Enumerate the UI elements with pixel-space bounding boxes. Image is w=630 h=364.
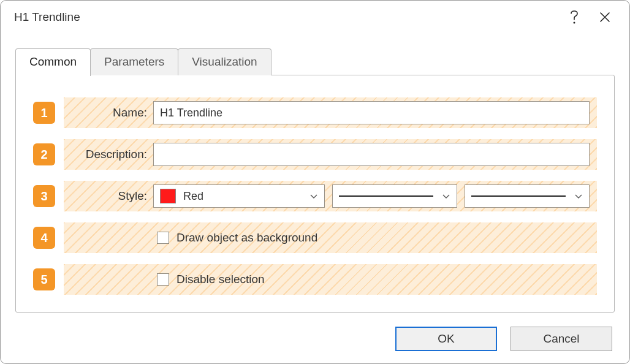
content-area: Common Parameters Visualization 1 Name: … xyxy=(1,32,629,314)
row-description: 2 Description: xyxy=(33,139,597,170)
tab-visualization[interactable]: Visualization xyxy=(178,48,271,75)
highlight-strip: Name: H1 Trendline xyxy=(64,97,597,128)
highlight-strip: Disable selection xyxy=(64,264,597,295)
line-style-combobox[interactable] xyxy=(332,184,457,208)
tab-strip: Common Parameters Visualization xyxy=(15,48,615,75)
highlight-strip: Style: Red xyxy=(64,181,597,211)
line-style-preview xyxy=(339,195,433,197)
disable-sel-label: Disable selection xyxy=(176,273,265,286)
line-width-combobox[interactable] xyxy=(465,184,590,208)
cancel-button[interactable]: Cancel xyxy=(510,327,612,351)
row-disable-sel: 5 Disable selection xyxy=(33,264,597,295)
row-draw-bg: 4 Draw object as background xyxy=(33,222,597,253)
tab-common[interactable]: Common xyxy=(15,48,91,76)
disable-sel-field: Disable selection xyxy=(153,273,265,286)
highlight-strip: Description: xyxy=(64,139,597,170)
chevron-down-icon xyxy=(309,192,318,200)
chevron-down-icon xyxy=(442,192,450,200)
style-label: Style: xyxy=(64,189,153,203)
step-badge-4: 4 xyxy=(33,227,55,249)
line-width-preview xyxy=(471,195,566,197)
name-input[interactable]: H1 Trendline xyxy=(153,101,590,124)
tab-parameters[interactable]: Parameters xyxy=(90,48,178,75)
close-button[interactable] xyxy=(591,6,618,28)
color-name: Red xyxy=(183,190,309,203)
svg-point-0 xyxy=(574,22,575,24)
titlebar: H1 Trendline xyxy=(1,1,629,32)
draw-bg-label: Draw object as background xyxy=(176,231,317,245)
step-badge-2: 2 xyxy=(33,143,55,165)
window-title: H1 Trendline xyxy=(14,10,557,24)
highlight-strip: Draw object as background xyxy=(64,222,597,253)
properties-dialog: H1 Trendline Common Parameters Visualiza… xyxy=(0,0,630,364)
description-input[interactable] xyxy=(153,143,590,166)
chevron-down-icon xyxy=(574,192,583,200)
step-badge-1: 1 xyxy=(33,102,55,124)
description-label: Description: xyxy=(64,148,153,161)
dialog-footer: OK Cancel xyxy=(1,314,629,363)
ok-button[interactable]: OK xyxy=(395,327,497,351)
help-button[interactable] xyxy=(561,6,588,28)
color-swatch xyxy=(160,189,176,203)
name-label: Name: xyxy=(64,106,153,119)
name-input-value: H1 Trendline xyxy=(160,107,222,119)
style-controls: Red xyxy=(153,184,590,208)
step-badge-3: 3 xyxy=(33,185,55,207)
help-icon xyxy=(570,10,579,24)
color-combobox[interactable]: Red xyxy=(153,184,325,208)
row-style: 3 Style: Red xyxy=(33,181,597,211)
draw-bg-checkbox[interactable] xyxy=(157,232,169,244)
row-name: 1 Name: H1 Trendline xyxy=(33,97,597,128)
close-icon xyxy=(599,12,610,23)
disable-sel-checkbox[interactable] xyxy=(157,273,169,286)
step-badge-5: 5 xyxy=(33,268,55,290)
draw-bg-field: Draw object as background xyxy=(153,231,317,245)
tab-panel-common: 1 Name: H1 Trendline 2 Description: xyxy=(15,75,615,313)
